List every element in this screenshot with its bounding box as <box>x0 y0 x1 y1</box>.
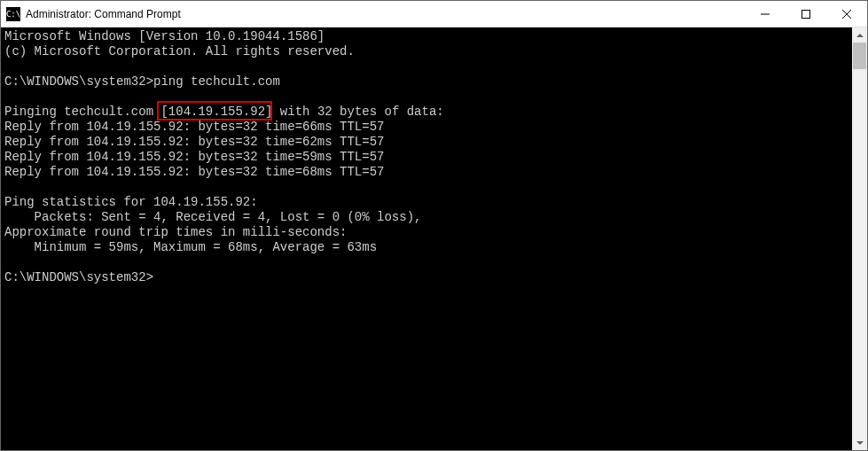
scroll-up-arrow[interactable] <box>852 27 867 43</box>
output-line: Reply from 104.19.155.92: bytes=32 time=… <box>4 135 384 149</box>
scrollbar-thumb[interactable] <box>853 43 866 69</box>
output-line: Microsoft Windows [Version 10.0.19044.15… <box>4 29 325 43</box>
output-line: Pinging techcult.com <box>4 105 160 119</box>
output-line: Minimum = 59ms, Maximum = 68ms, Average … <box>4 240 377 254</box>
terminal-container: Microsoft Windows [Version 10.0.19044.15… <box>1 27 867 450</box>
output-line: Ping statistics for 104.19.155.92: <box>4 195 258 209</box>
maximize-icon <box>802 10 810 19</box>
close-icon <box>842 10 851 19</box>
resolved-ip: [104.19.155.92] <box>160 105 272 119</box>
chevron-down-icon <box>856 441 864 445</box>
prompt: C:\WINDOWS\system32> <box>4 74 153 89</box>
chevron-up-icon <box>856 34 864 37</box>
terminal-output[interactable]: Microsoft Windows [Version 10.0.19044.15… <box>1 27 852 450</box>
window-controls <box>745 1 867 27</box>
output-line: Reply from 104.19.155.92: bytes=32 time=… <box>4 165 384 179</box>
svg-rect-1 <box>802 10 810 18</box>
command-text: ping techcult.com <box>153 74 280 89</box>
output-line: Reply from 104.19.155.92: bytes=32 time=… <box>4 150 384 164</box>
maximize-button[interactable] <box>786 1 826 27</box>
minimize-button[interactable] <box>745 1 786 27</box>
output-line: Approximate round trip times in milli-se… <box>4 225 347 239</box>
output-line: Packets: Sent = 4, Received = 4, Lost = … <box>4 210 421 224</box>
vertical-scrollbar[interactable] <box>852 27 867 450</box>
cmd-icon: C:\ <box>6 7 20 21</box>
prompt: C:\WINDOWS\system32> <box>4 270 153 284</box>
window-title: Administrator: Command Prompt <box>26 8 745 20</box>
minimize-icon <box>761 10 770 19</box>
output-line: Reply from 104.19.155.92: bytes=32 time=… <box>4 120 384 134</box>
output-line: (c) Microsoft Corporation. All rights re… <box>4 44 355 58</box>
titlebar: C:\ Administrator: Command Prompt <box>1 1 867 27</box>
output-line: with 32 bytes of data: <box>272 105 443 119</box>
scroll-down-arrow[interactable] <box>852 435 867 450</box>
close-button[interactable] <box>826 1 867 27</box>
